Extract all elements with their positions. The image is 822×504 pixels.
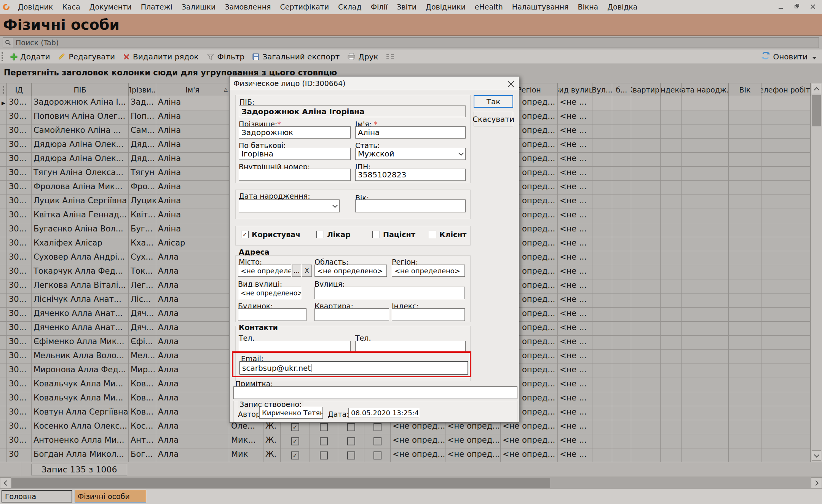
dialog-titlebar[interactable]: Физическое лицо (ID:300664) (230, 77, 519, 90)
role-checkbox[interactable] (429, 231, 436, 238)
street-input[interactable] (314, 287, 465, 299)
cancel-button[interactable]: Скасувати (474, 112, 513, 126)
column-header-street[interactable]: Вул... (592, 83, 612, 96)
ipn-input[interactable]: 3585102823 (355, 169, 466, 181)
close-icon[interactable] (810, 4, 816, 10)
toolbar-print-button[interactable]: Друк (343, 52, 382, 61)
menu-item-13[interactable]: Вікна (573, 3, 603, 11)
menu-item-3[interactable]: Платежі (136, 3, 177, 11)
city-clear-button[interactable]: X (302, 265, 312, 277)
role-checkbox[interactable] (372, 231, 380, 238)
restore-icon[interactable] (794, 4, 800, 10)
row-checkbox[interactable] (373, 423, 381, 431)
menu-item-0[interactable]: Довідник (13, 3, 57, 11)
gender-select[interactable]: Мужской (355, 148, 466, 160)
column-header-name[interactable]: Ім'я△ (156, 83, 229, 96)
chevron-down-icon[interactable] (812, 57, 817, 59)
tel2-input[interactable] (355, 341, 466, 353)
cell-id: 30... (7, 279, 32, 293)
toolbar-add-button[interactable]: Додати (6, 52, 54, 61)
column-header-pib[interactable]: ПІБ (32, 83, 129, 96)
street-type-select[interactable]: <не определено> (238, 287, 301, 299)
toolbar-filter-button[interactable]: Фільтр (203, 52, 249, 61)
menu-item-9[interactable]: Звіти (392, 3, 421, 11)
column-header-birthdate[interactable]: дата народж... (682, 83, 729, 96)
menu-item-8[interactable]: Філії (366, 3, 392, 11)
minimize-icon[interactable] (778, 4, 784, 10)
search-box[interactable] (3, 37, 819, 48)
row-checkbox-checked[interactable]: ✓ (291, 423, 299, 431)
row-checkbox[interactable] (347, 423, 355, 431)
role-checkbox[interactable] (316, 231, 324, 238)
building-input[interactable] (238, 308, 306, 321)
role-checkbox-checked[interactable]: ✓ (241, 231, 249, 238)
menu-item-11[interactable]: eHealth (470, 3, 508, 11)
search-input[interactable] (13, 38, 819, 48)
column-header-age[interactable]: Вік (729, 83, 761, 96)
menu-item-14[interactable]: Довідка (603, 3, 642, 11)
menu-item-4[interactable]: Залишки (177, 3, 220, 11)
toolbar-edit-button[interactable]: Редагувати (54, 52, 119, 61)
checkbox-cell (364, 434, 391, 448)
scroll-down-icon[interactable] (812, 450, 821, 461)
menu-item-6[interactable]: Сертифікати (275, 3, 334, 11)
column-header-sel[interactable] (0, 83, 7, 96)
menu-item-5[interactable]: Замовлення (220, 3, 275, 11)
oblast-input[interactable]: <не определено> (314, 265, 387, 277)
menu-item-7[interactable]: Склад (334, 3, 366, 11)
city-browse-button[interactable]: ... (292, 265, 301, 277)
table-row[interactable]: 30Богдан Алла Микол...Бог...АллаМикЖ.✓<н… (0, 448, 811, 462)
row-checkbox[interactable] (347, 437, 355, 445)
row-checkbox[interactable] (320, 437, 328, 445)
index-input[interactable] (392, 308, 465, 321)
internal-number-input[interactable] (239, 169, 351, 181)
tel1-input[interactable] (239, 341, 351, 353)
apartment-input[interactable] (314, 308, 389, 321)
patronymic-input[interactable]: Ігорівна (239, 148, 351, 160)
column-header-index[interactable]: Індекс (661, 83, 682, 96)
vertical-scrollbar[interactable] (811, 83, 822, 462)
horizontal-scroll-thumb[interactable] (11, 478, 550, 488)
menu-item-2[interactable]: Документи (85, 3, 136, 11)
row-checkbox[interactable] (320, 423, 328, 431)
row-checkbox-checked[interactable]: ✓ (291, 437, 299, 445)
row-checkbox-checked[interactable]: ✓ (291, 451, 299, 459)
scroll-right-icon[interactable] (811, 477, 822, 488)
tab-home[interactable]: Головна (2, 490, 72, 502)
surname-input[interactable]: Задорожнюк (239, 126, 351, 139)
menu-item-10[interactable]: Довідники (421, 3, 470, 11)
tab-persons[interactable]: Фізичні особи (75, 490, 146, 502)
table-row[interactable]: 30...Антоненко Алла Ми...Ант...АллаМик..… (0, 434, 811, 448)
horizontal-scrollbar[interactable] (0, 477, 822, 489)
firstname-input[interactable]: Аліна (355, 126, 466, 139)
menu-item-1[interactable]: Каса (57, 3, 85, 11)
row-checkbox[interactable] (373, 437, 381, 445)
column-header-surname[interactable]: Прізви... (129, 83, 156, 96)
cell-workphone (761, 293, 811, 308)
toolbar-export-button[interactable]: Загальний експорт (248, 52, 343, 61)
region-input[interactable]: <не определено> (392, 265, 465, 277)
menu-item-12[interactable]: Налаштування (508, 3, 573, 11)
row-checkbox[interactable] (373, 451, 381, 459)
note-input[interactable] (233, 386, 517, 399)
birthdate-select[interactable] (239, 199, 340, 212)
toolbar-delete-row-button[interactable]: Видалити рядок (119, 52, 202, 61)
column-header-street_type[interactable]: Вид вулиці (558, 83, 592, 96)
refresh-button[interactable]: Оновити (761, 51, 822, 62)
toolbar-list-view-button[interactable] (382, 53, 399, 61)
scroll-up-icon[interactable] (812, 84, 821, 94)
column-header-workphone[interactable]: Телефон робіт... (761, 83, 811, 96)
email-input[interactable]: scarbsup@ukr.net (239, 361, 468, 375)
toolbar-grip[interactable] (2, 52, 3, 61)
vertical-scroll-thumb[interactable] (812, 95, 821, 126)
age-input[interactable] (355, 199, 466, 212)
city-combo[interactable]: <не определено> (238, 265, 291, 277)
dialog-close-icon[interactable] (508, 80, 514, 87)
column-header-apartment[interactable]: Квартира (631, 83, 661, 96)
column-header-id[interactable]: ІД (7, 83, 32, 96)
column-header-building[interactable]: б... (612, 83, 631, 96)
ok-button[interactable]: Так (474, 95, 513, 108)
row-checkbox[interactable] (347, 451, 355, 459)
scroll-left-icon[interactable] (0, 477, 11, 488)
row-checkbox[interactable] (320, 451, 328, 459)
